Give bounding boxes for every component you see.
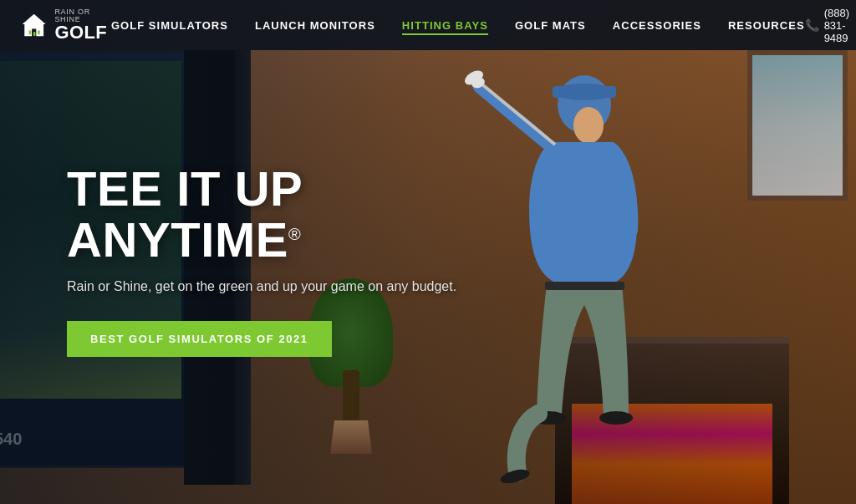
navigation-bar: RAIN OR SHINE GOLF GOLF SIMULATORS LAUNC… — [0, 0, 856, 50]
brand-logo[interactable]: RAIN OR SHINE GOLF — [20, 8, 111, 42]
nav-item-launch-monitors[interactable]: LAUNCH MONITORS — [255, 18, 375, 33]
svg-rect-12 — [29, 30, 32, 34]
nav-item-accessories[interactable]: ACCESSORIES — [613, 18, 701, 33]
hero-section: RAIN OR SHINE GOLF GOLF SIMULATORS LAUNC… — [0, 0, 856, 504]
nav-item-golf-simulators[interactable]: GOLF SIMULATORS — [111, 18, 228, 33]
nav-item-resources[interactable]: RESOURCES — [728, 18, 805, 33]
nav-item-golf-mats[interactable]: GOLF MATS — [515, 18, 586, 33]
logo-text: RAIN OR SHINE GOLF — [54, 8, 111, 42]
svg-rect-13 — [33, 32, 36, 36]
svg-rect-14 — [38, 30, 40, 34]
logo-icon — [20, 9, 48, 41]
hero-content: TEE IT UP ANYTIME® Rain or Shine, get on… — [0, 0, 856, 504]
phone-text: (888) 831-9489 — [824, 7, 849, 44]
phone-number: 📞 (888) 831-9489 — [805, 7, 849, 44]
hero-title: TEE IT UP ANYTIME® — [67, 164, 535, 266]
nav-item-hitting-bays[interactable]: HITTING BAYS — [402, 18, 488, 33]
hero-subtitle: Rain or Shine, get on the green and up y… — [67, 279, 468, 294]
hero-cta-button[interactable]: BEST GOLF SIMULATORS OF 2021 — [67, 321, 332, 357]
nav-links-list: GOLF SIMULATORS LAUNCH MONITORS HITTING … — [111, 18, 805, 33]
phone-icon: 📞 — [805, 18, 819, 32]
